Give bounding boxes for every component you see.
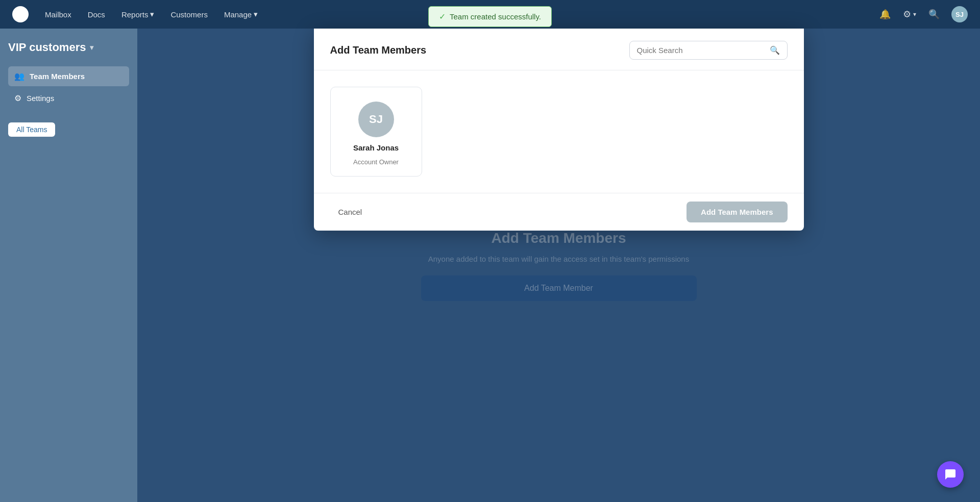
modal-title: Add Team Members bbox=[330, 44, 427, 56]
chevron-down-icon: ▾ bbox=[90, 43, 93, 52]
search-container: 🔍 bbox=[629, 41, 788, 60]
chevron-down-icon: ▾ bbox=[913, 11, 916, 18]
sidebar-title: VIP customers ▾ bbox=[8, 41, 129, 54]
all-teams-button[interactable]: All Teams bbox=[8, 122, 55, 137]
success-toast: ✓ Team created successfully. bbox=[428, 6, 552, 27]
add-team-members-button[interactable]: Add Team Members bbox=[687, 202, 787, 222]
settings-icon: ⚙ bbox=[14, 93, 21, 103]
main-layout: VIP customers ▾ 👥 Team Members ⚙ Setting… bbox=[0, 29, 980, 502]
sidebar-item-settings[interactable]: ⚙ Settings bbox=[8, 88, 129, 108]
member-name: Sarah Jonas bbox=[353, 143, 399, 152]
chevron-down-icon: ▾ bbox=[254, 10, 258, 19]
modal-body: SJ Sarah Jonas Account Owner bbox=[314, 70, 804, 193]
app-logo[interactable] bbox=[12, 6, 29, 22]
cancel-button[interactable]: Cancel bbox=[330, 203, 371, 221]
chevron-down-icon: ▾ bbox=[150, 10, 154, 19]
nav-mailbox[interactable]: Mailbox bbox=[45, 10, 71, 19]
sidebar: VIP customers ▾ 👥 Team Members ⚙ Setting… bbox=[0, 29, 137, 502]
user-avatar[interactable]: SJ bbox=[951, 6, 968, 22]
quick-search-input[interactable] bbox=[637, 46, 766, 55]
nav-docs[interactable]: Docs bbox=[88, 10, 105, 19]
chat-bubble-button[interactable] bbox=[937, 461, 964, 488]
notifications-icon[interactable]: 🔔 bbox=[878, 7, 892, 21]
check-icon: ✓ bbox=[439, 12, 446, 21]
sidebar-item-team-members[interactable]: 👥 Team Members bbox=[8, 66, 129, 86]
member-card: SJ Sarah Jonas Account Owner bbox=[330, 87, 422, 177]
member-avatar: SJ bbox=[358, 102, 394, 137]
add-team-members-modal: Add Team Members 🔍 SJ Sarah Jonas Accoun… bbox=[314, 29, 804, 231]
chat-icon bbox=[944, 468, 957, 481]
search-icon: 🔍 bbox=[770, 45, 780, 55]
modal-header: Add Team Members 🔍 bbox=[314, 29, 804, 70]
nav-reports[interactable]: Reports ▾ bbox=[121, 10, 155, 19]
member-role: Account Owner bbox=[353, 158, 399, 166]
nav-customers[interactable]: Customers bbox=[170, 10, 208, 19]
nav-manage[interactable]: Manage ▾ bbox=[224, 10, 258, 19]
topnav-right: 🔔 ⚙ ▾ 🔍 SJ bbox=[878, 6, 968, 22]
main-content: Add Team Members Anyone added to this te… bbox=[137, 29, 980, 502]
account-menu[interactable]: ⚙ ▾ bbox=[902, 7, 917, 21]
team-members-icon: 👥 bbox=[14, 71, 24, 81]
toast-message: Team created successfully. bbox=[450, 12, 541, 21]
search-icon[interactable]: 🔍 bbox=[927, 7, 941, 21]
modal-footer: Cancel Add Team Members bbox=[314, 193, 804, 231]
